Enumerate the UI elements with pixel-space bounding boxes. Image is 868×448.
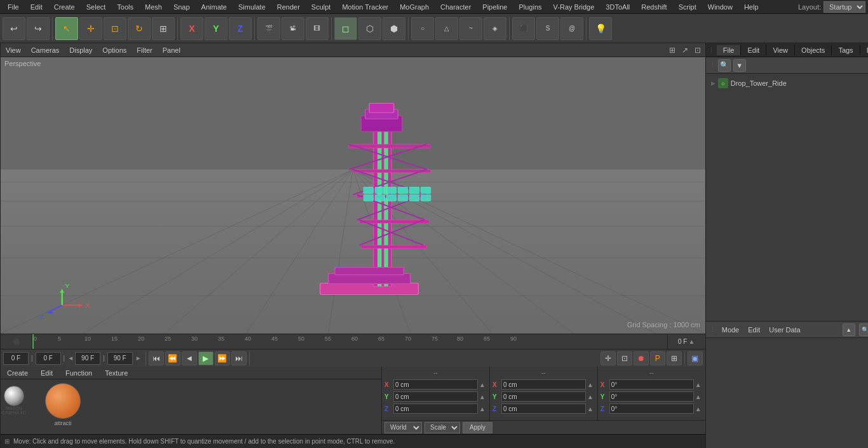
apply-button[interactable]: Apply	[463, 422, 492, 433]
attr-tab-mode[interactable]: Mode	[719, 325, 742, 335]
menu-file[interactable]: File	[3, 2, 24, 12]
objects-tab-objects[interactable]: Objects	[795, 45, 832, 55]
attr-search-button[interactable]: 🔍	[859, 323, 868, 336]
menu-mesh[interactable]: Mesh	[140, 2, 167, 12]
menu-pipeline[interactable]: Pipeline	[477, 2, 512, 12]
coord-z-right-input[interactable]	[609, 404, 694, 414]
attr-tab-edit[interactable]: Edit	[745, 325, 763, 335]
attr-tab-userdata[interactable]: User Data	[766, 325, 803, 335]
paint-mode-button[interactable]: ⬢	[383, 17, 405, 40]
menu-animate[interactable]: Animate	[196, 2, 232, 12]
menu-character[interactable]: Character	[435, 2, 476, 12]
objects-filter-button[interactable]: ▼	[733, 59, 746, 72]
viewport[interactable]: View Cameras Display Options Filter Pane…	[1, 43, 705, 334]
coord-y-left-input[interactable]	[393, 391, 478, 402]
coord-y-mid-input[interactable]	[501, 391, 586, 402]
menu-mograph[interactable]: MoGraph	[395, 2, 434, 12]
world-select[interactable]: World Object	[384, 422, 422, 433]
menu-render[interactable]: Render	[272, 2, 305, 12]
end-frame-input[interactable]	[75, 352, 100, 365]
mesh-mode-button[interactable]: ⬡	[358, 17, 381, 40]
menu-edit[interactable]: Edit	[25, 2, 48, 12]
y-axis-button[interactable]: Y	[205, 17, 227, 40]
sculpt-icon-button[interactable]: @	[560, 17, 583, 40]
coord-arrow-x-left[interactable]: ▲	[478, 381, 487, 388]
menu-help[interactable]: Help	[739, 2, 764, 12]
undo-button[interactable]: ↩	[3, 17, 25, 40]
menu-tools[interactable]: Tools	[112, 2, 139, 12]
render-region-button[interactable]: 🎬	[257, 17, 280, 40]
menu-create[interactable]: Create	[49, 2, 80, 12]
scale-select[interactable]: Scale	[424, 422, 460, 433]
select-tool-button[interactable]: ↖	[55, 17, 78, 40]
objects-tab-file[interactable]: File	[717, 45, 742, 55]
go-to-start-button[interactable]: ⏮	[149, 351, 164, 365]
objects-search-button[interactable]: 🔍	[718, 59, 731, 72]
menu-3dtoall[interactable]: 3DToAll	[600, 2, 635, 12]
viewport-icon-grid[interactable]: ⊡	[693, 45, 703, 55]
z-axis-button[interactable]: Z	[229, 17, 252, 40]
transform-tool-button[interactable]: ⊞	[152, 17, 175, 40]
light-button[interactable]: 💡	[589, 17, 612, 40]
coord-x-mid-input[interactable]	[501, 379, 586, 390]
material-menu-edit[interactable]: Edit	[37, 368, 57, 378]
material-menu-texture[interactable]: Texture	[101, 368, 132, 378]
step-forward-button[interactable]: ⏩	[215, 351, 230, 365]
timeline-ruler[interactable]: 0 5 10 15 20 25 30 35 40 45 50 55 60 65	[32, 334, 667, 349]
spline-button[interactable]: ~	[459, 17, 482, 40]
object-item-drop-tower[interactable]: ▶ ○ Drop_Tower_Ride	[709, 76, 868, 90]
viewport-menu-cameras[interactable]: Cameras	[29, 45, 62, 55]
loop-button[interactable]: ⊡	[617, 351, 632, 365]
rotate-tool-button[interactable]: ↻	[128, 17, 151, 40]
menu-select[interactable]: Select	[81, 2, 111, 12]
menu-vray[interactable]: V-Ray Bridge	[548, 2, 600, 12]
deformer-button[interactable]: ◈	[484, 17, 506, 40]
model-mode-button[interactable]: ◻	[334, 17, 357, 40]
coord-arrow-z-left[interactable]: ▲	[478, 405, 487, 412]
viewport-icon-expand[interactable]: ⊞	[667, 45, 677, 55]
viewport-menu-display[interactable]: Display	[67, 45, 95, 55]
start-frame-input[interactable]	[36, 352, 61, 365]
object-expand-icon[interactable]: ▶	[711, 80, 715, 86]
coord-arrow-y-left[interactable]: ▲	[478, 393, 487, 400]
objects-tab-edit[interactable]: Edit	[741, 45, 766, 55]
material-menu-create[interactable]: Create	[3, 368, 32, 378]
material-item-attracti[interactable]: attracti	[44, 382, 82, 426]
objects-tab-tags[interactable]: Tags	[832, 45, 860, 55]
coord-arrow-z-right[interactable]: ▲	[694, 405, 703, 412]
menu-sculpt[interactable]: Sculpt	[306, 2, 336, 12]
viewport-menu-panel[interactable]: Panel	[160, 45, 183, 55]
keyframe-button[interactable]: ⊞	[667, 351, 682, 365]
menu-window[interactable]: Window	[703, 2, 738, 12]
scale-tool-button[interactable]: ⊡	[104, 17, 126, 40]
menu-plugins[interactable]: Plugins	[513, 2, 546, 12]
attr-move-up-button[interactable]: ▲	[843, 323, 855, 336]
record-button[interactable]: ⏺	[634, 351, 649, 365]
layout-select[interactable]: Startup	[824, 1, 865, 13]
coord-y-right-input[interactable]	[609, 391, 694, 402]
coord-z-left-input[interactable]	[393, 404, 478, 414]
max-frame-input[interactable]	[107, 352, 133, 365]
move-tool-button[interactable]: ✛	[79, 17, 102, 40]
play-reverse-button[interactable]: ◀	[182, 351, 197, 365]
polygon-button[interactable]: △	[435, 17, 458, 40]
coord-arrow-y-mid[interactable]: ▲	[586, 393, 595, 400]
objects-tab-view[interactable]: View	[766, 45, 795, 55]
go-to-end-button[interactable]: ⏭	[231, 351, 247, 365]
menu-snap[interactable]: Snap	[168, 2, 195, 12]
viewport-menu-options[interactable]: Options	[100, 45, 129, 55]
timeline[interactable]: 0 5 10 15 20 25 30 35 40 45 50 55 60 65	[1, 334, 705, 349]
null-object-button[interactable]: ○	[411, 17, 434, 40]
paint-tool-button[interactable]: S	[536, 17, 559, 40]
menu-script[interactable]: Script	[674, 2, 702, 12]
menu-redshift[interactable]: Redshift	[636, 2, 672, 12]
viewport-menu-view[interactable]: View	[3, 45, 24, 55]
floor-button[interactable]: ⬛	[512, 17, 535, 40]
objects-tab-bookmarks[interactable]: Bookmarks	[860, 45, 868, 55]
render-active-button[interactable]: 🎞	[306, 17, 329, 40]
play-button[interactable]: ▶	[198, 351, 214, 365]
menu-motion-tracker[interactable]: Motion Tracker	[337, 2, 393, 12]
coord-arrow-z-mid[interactable]: ▲	[586, 405, 595, 412]
autokey-button[interactable]: P	[650, 351, 665, 365]
coord-z-mid-input[interactable]	[501, 404, 586, 414]
